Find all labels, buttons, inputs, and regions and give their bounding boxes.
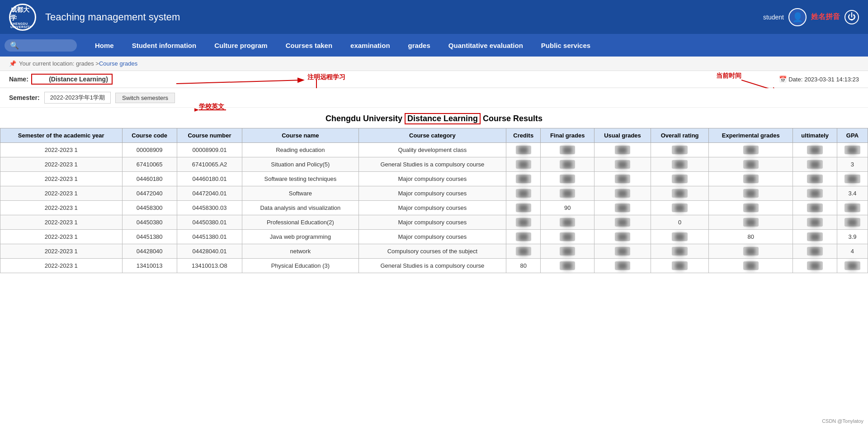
category-cell: Major compulsory courses (359, 230, 506, 244)
semester-cell: 2022-2023 1 (0, 186, 123, 201)
overall-cell: ██ (651, 157, 709, 172)
final-cell: ██ (541, 172, 594, 186)
ultimately-cell: ██ (793, 172, 837, 186)
code-cell: 04460180 (122, 172, 177, 186)
nav-grades[interactable]: grades (399, 35, 439, 56)
usual-cell: ██ (594, 157, 651, 172)
experimental-cell: ██ (709, 157, 793, 172)
col-gpa: GPA (837, 128, 868, 143)
search-box[interactable]: 🔍 (5, 39, 77, 52)
category-cell: Quality development class (359, 143, 506, 157)
grades-table: Semester of the academic year Course cod… (0, 128, 868, 273)
logo-zh: 成都大学 (10, 6, 35, 22)
overall-cell: ██ (651, 186, 709, 201)
category-cell: Major compulsory courses (359, 201, 506, 215)
category-cell: Major compulsory courses (359, 215, 506, 230)
ultimately-cell: ██ (793, 201, 837, 215)
gpa-cell: ██ (837, 201, 868, 215)
col-ultimately: ultimately (793, 128, 837, 143)
ultimately-cell: ██ (793, 230, 837, 244)
usual-cell: ██ (594, 172, 651, 186)
number-cell: 00008909.01 (177, 143, 242, 157)
credits-cell: ██ (506, 157, 541, 172)
code-cell: 04472040 (122, 186, 177, 201)
ultimately-cell: ██ (793, 186, 837, 201)
semester-cell: 2022-2023 1 (0, 143, 123, 157)
semester-cell: 2022-2023 1 (0, 215, 123, 230)
gpa-cell: 4 (837, 244, 868, 259)
code-cell: 04451380 (122, 230, 177, 244)
semester-cell: 2022-2023 1 (0, 259, 123, 273)
nav-culture[interactable]: Culture program (205, 35, 277, 56)
semester-cell: 2022-2023 1 (0, 201, 123, 215)
location-icon: 📌 (9, 60, 16, 67)
semester-cell: 2022-2023 1 (0, 244, 123, 259)
number-cell: 04472040.01 (177, 186, 242, 201)
col-final: Final grades (541, 128, 594, 143)
category-cell: General Studies is a compulsory course (359, 157, 506, 172)
col-overall: Overall rating (651, 128, 709, 143)
ultimately-cell: ██ (793, 215, 837, 230)
category-cell: Compulsory courses of the subject (359, 244, 506, 259)
nav-student-info[interactable]: Student information (123, 35, 206, 56)
gpa-cell: ██ (837, 215, 868, 230)
table-row: 2022-2023 10446018004460180.01Software t… (0, 172, 868, 186)
experimental-cell: 80 (709, 230, 793, 244)
nav-public[interactable]: Public services (532, 35, 599, 56)
breadcrumb-link[interactable]: Course grades (99, 60, 137, 67)
col-number: Course number (177, 128, 242, 143)
ultimately-cell: ██ (793, 259, 837, 273)
number-cell: 13410013.O8 (177, 259, 242, 273)
gpa-cell: ██ (837, 172, 868, 186)
ultimately-cell: ██ (793, 244, 837, 259)
number-cell: 04451380.01 (177, 230, 242, 244)
final-cell: 90 (541, 201, 594, 215)
gpa-cell: 3.4 (837, 186, 868, 201)
nav-exam[interactable]: examination (341, 35, 399, 56)
name-label: Name: (9, 76, 28, 83)
grades-table-container: Semester of the academic year Course cod… (0, 128, 868, 273)
table-row: 2022-2023 10000890900008909.01Reading ed… (0, 143, 868, 157)
semester-value: 2022-2023学年1学期 (44, 92, 111, 104)
avatar: 👤 (788, 8, 807, 26)
overall-cell: ██ (651, 143, 709, 157)
number-cell: 04428040.01 (177, 244, 242, 259)
code-cell: 00008909 (122, 143, 177, 157)
col-semester: Semester of the academic year (0, 128, 123, 143)
nav-courses[interactable]: Courses taken (277, 35, 341, 56)
distance-label: (Distance Learning) (49, 76, 108, 83)
code-cell: 04428040 (122, 244, 177, 259)
gpa-cell: 3.9 (837, 230, 868, 244)
table-title-area: Chengdu University Distance Learning Cou… (0, 108, 868, 128)
final-cell: ██ (541, 143, 594, 157)
table-row: 2022-2023 10445138004451380.01Java web p… (0, 230, 868, 244)
table-row: 2022-2023 10445038004450380.01Profession… (0, 215, 868, 230)
number-cell: 04458300.03 (177, 201, 242, 215)
header: 成都大学 CHENGDU UNIVERSITY Teaching managem… (0, 0, 868, 34)
usual-cell: ██ (594, 230, 651, 244)
col-category: Course category (359, 128, 506, 143)
credits-cell: ██ (506, 143, 541, 157)
semester-cell: 2022-2023 1 (0, 157, 123, 172)
nav-quant[interactable]: Quantitative evaluation (439, 35, 532, 56)
category-cell: Major compulsory courses (359, 172, 506, 186)
overall-cell: ██ (651, 259, 709, 273)
semester-bar: 学校英文 Semester: 2022-2023学年1学期 Switch sem… (0, 88, 868, 108)
credits-cell: ██ (506, 201, 541, 215)
code-cell: 04450380 (122, 215, 177, 230)
power-button[interactable]: ⏻ (844, 10, 859, 24)
col-credits: Credits (506, 128, 541, 143)
switch-semesters-button[interactable]: Switch semesters (115, 93, 175, 103)
breadcrumb-bar: 📌 Your current location: grades > Course… (0, 57, 868, 71)
usual-cell: ██ (594, 244, 651, 259)
nav-home[interactable]: Home (86, 35, 123, 56)
name-cell: Physical Education (3) (242, 259, 359, 273)
watermark: CSDN @Tonylatoy (822, 418, 863, 424)
gpa-cell: 3 (837, 157, 868, 172)
search-icon: 🔍 (10, 41, 19, 50)
datetime-area: 📅 Date: 2023-03-31 14:13:23 (779, 76, 859, 83)
title-highlight: Distance Learning (405, 113, 481, 124)
semester-cell: 2022-2023 1 (0, 230, 123, 244)
number-cell: 04450380.01 (177, 215, 242, 230)
user-name-cn: 姓名拼音 (811, 12, 840, 22)
